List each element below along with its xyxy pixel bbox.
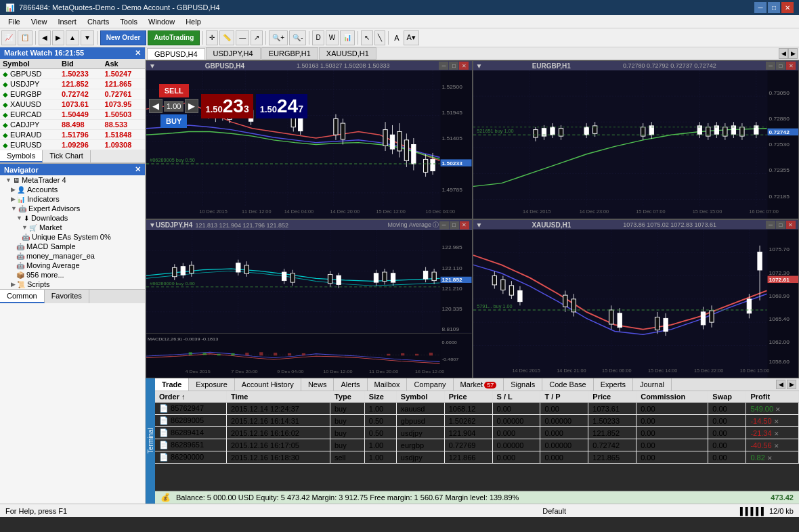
nav-item-indicators[interactable]: ▶ 📊 Indicators <box>0 194 145 204</box>
autotrading-button[interactable]: AutoTrading <box>148 30 200 45</box>
terminal-tab-journal[interactable]: Journal <box>633 378 672 391</box>
chart-gbpusd-max[interactable]: □ <box>449 62 458 70</box>
nav-item-macd[interactable]: 🤖 MACD Sample <box>0 242 145 251</box>
tb-cursor-btn[interactable]: ↖ <box>361 30 373 45</box>
minimize-button[interactable]: ─ <box>754 2 766 13</box>
tb-line-btn[interactable]: 📏 <box>219 30 234 45</box>
mw-tab-symbols[interactable]: Symbols <box>0 150 43 162</box>
terminal-tab-experts[interactable]: Experts <box>594 378 633 391</box>
terminal-tab-market[interactable]: Market57 <box>454 378 504 391</box>
tb-profile-btn[interactable]: 📋 <box>18 30 33 45</box>
col-order[interactable]: Order ↑ <box>155 391 226 403</box>
terminal-tab-news[interactable]: News <box>301 378 334 391</box>
order-close-icon[interactable]: ✕ <box>774 443 779 449</box>
col-open-price[interactable]: Price <box>444 391 492 403</box>
lot-increase[interactable]: ▶ <box>185 99 198 113</box>
tb-zoom-out-btn[interactable]: ▼ <box>81 30 94 45</box>
order-close-icon[interactable]: ✕ <box>774 430 779 437</box>
chart-gbpusd-body[interactable]: SELL ◀ 1.00 ▶ BUY 1.50 23 3 <box>146 70 472 219</box>
chart-xauusd-max[interactable]: □ <box>776 221 785 229</box>
terminal-toggle[interactable]: Terminal <box>146 378 155 504</box>
terminal-tab-company[interactable]: Company <box>407 378 453 391</box>
nav-item-moving-average[interactable]: 🤖 Moving Average <box>0 261 145 270</box>
tb-back-btn[interactable]: ◀ <box>39 30 51 45</box>
chart-tab-usdjpy[interactable]: USDJPY,H4 <box>206 47 261 60</box>
nav-item-more[interactable]: 📦 956 more... <box>0 270 145 280</box>
col-sl[interactable]: S / L <box>492 391 540 403</box>
nav-item-metatrader4[interactable]: ▼ 🖥 MetaTrader 4 <box>0 175 145 185</box>
nav-item-downloads[interactable]: ▼ ⬇ Downloads <box>0 213 145 223</box>
mw-row[interactable]: ◆ USDJPY 121.852 121.865 <box>0 79 145 89</box>
chart-tab-gbpusd[interactable]: GBPUSD,H4 <box>147 48 205 60</box>
buy-button[interactable]: BUY <box>160 114 187 128</box>
order-close-icon[interactable]: ✕ <box>774 418 779 425</box>
tb-zoom-out-chart[interactable]: 🔍- <box>289 30 306 45</box>
tb-new-chart-btn[interactable]: 📈 <box>1 30 16 45</box>
chart-gbpusd-close[interactable]: ✕ <box>459 62 469 70</box>
tb-crosshair-btn[interactable]: ✛ <box>206 30 218 45</box>
col-price[interactable]: Price <box>588 391 636 403</box>
chart-usdjpy-max[interactable]: □ <box>450 221 459 229</box>
menu-help[interactable]: Help <box>180 16 207 27</box>
chart-usdjpy-min[interactable]: ─ <box>439 221 449 229</box>
chart-tab-xauusd[interactable]: XAUUSD,H1 <box>319 47 376 60</box>
mw-row[interactable]: ◆ CADJPY 88.498 88.533 <box>0 120 145 130</box>
col-swap[interactable]: Swap <box>708 391 746 403</box>
nav-item-unique-eas[interactable]: 🤖 Unique EAs System 0% <box>0 232 145 242</box>
menu-window[interactable]: Window <box>143 16 180 27</box>
chart-usdjpy-body[interactable]: #86289009 buy 0.80 MACD(12,26,9) -0.0039… <box>146 230 472 378</box>
chart-eurgbp-min[interactable]: ─ <box>766 62 775 70</box>
terminal-tab-account-history[interactable]: Account History <box>235 378 301 391</box>
market-watch-close[interactable]: ✕ <box>135 49 141 58</box>
mw-row[interactable]: ◆ EURUSD 1.09296 1.09308 <box>0 140 145 150</box>
table-row[interactable]: 📄 86289651 2015.12.16 16:17:05 buy 1.00 … <box>155 439 799 451</box>
col-profit[interactable]: Profit <box>746 391 799 403</box>
order-close-icon[interactable]: ✕ <box>767 455 773 462</box>
chart-eurgbp-body[interactable]: 521651 buy 1.00 0.73050 0.72880 0.72530 … <box>473 70 799 219</box>
chart-eurgbp-close[interactable]: ✕ <box>786 62 796 70</box>
close-button[interactable]: ✕ <box>781 2 794 13</box>
tb-hline-btn[interactable]: — <box>236 30 249 45</box>
terminal-tab-codebase[interactable]: Code Base <box>542 378 593 391</box>
mw-row[interactable]: ◆ XAUUSD 1073.61 1073.95 <box>0 99 145 110</box>
mw-row[interactable]: ◆ EURCAD 1.50449 1.50503 <box>0 110 145 120</box>
tb-strategy-btn[interactable]: 📊 <box>340 30 355 45</box>
chart-tab-eurgbp[interactable]: EURGBP,H1 <box>261 47 318 60</box>
nav-item-money-manager[interactable]: 🤖 money_manager_ea <box>0 251 145 261</box>
menu-file[interactable]: File <box>3 16 26 27</box>
tb-period-btn[interactable]: W <box>326 30 339 45</box>
terminal-tab-mailbox[interactable]: Mailbox <box>368 378 408 391</box>
col-symbol[interactable]: Symbol <box>396 391 444 403</box>
terminal-tab-trade[interactable]: Trade <box>155 378 189 391</box>
terminal-scroll-left[interactable]: ◀ <box>776 380 785 389</box>
table-row[interactable]: 📄 86290000 2015.12.16 16:18:30 sell 1.00… <box>155 451 799 464</box>
mw-row[interactable]: ◆ EURGBP 0.72742 0.72761 <box>0 89 145 99</box>
mw-row[interactable]: ◆ GBPUSD 1.50233 1.50247 <box>0 69 145 79</box>
menu-view[interactable]: View <box>26 16 53 27</box>
nav-tab-common[interactable]: Common <box>0 290 45 303</box>
menu-charts[interactable]: Charts <box>82 16 114 27</box>
col-size[interactable]: Size <box>364 391 396 403</box>
chart-tab-scroll-left[interactable]: ◀ <box>779 48 788 59</box>
col-tp[interactable]: T / P <box>540 391 588 403</box>
terminal-scroll-right[interactable]: ▶ <box>787 380 796 389</box>
table-row[interactable]: 📄 86289414 2015.12.16 16:16:02 buy 0.50 … <box>155 427 799 439</box>
table-row[interactable]: 📄 86289005 2015.12.16 16:14:31 buy 0.50 … <box>155 415 799 427</box>
mw-row[interactable]: ◆ EURAUD 1.51796 1.51848 <box>0 130 145 140</box>
navigator-close[interactable]: ✕ <box>135 165 141 174</box>
tb-font-size[interactable]: A▾ <box>404 30 419 45</box>
nav-item-ea[interactable]: ▼ 🤖 Expert Advisors <box>0 204 145 213</box>
chart-eurgbp-max[interactable]: □ <box>776 62 785 70</box>
sell-button[interactable]: SELL <box>159 84 189 97</box>
lot-decrease[interactable]: ◀ <box>149 99 163 113</box>
new-order-button[interactable]: New Order <box>100 30 147 45</box>
terminal-tab-alerts[interactable]: Alerts <box>334 378 367 391</box>
table-row[interactable]: 📄 85762947 2015.12.14 12:24:37 buy 1.00 … <box>155 403 799 415</box>
chart-xauusd-close[interactable]: ✕ <box>786 221 796 229</box>
nav-item-market[interactable]: ▼ 🛒 Market <box>0 223 145 232</box>
col-time[interactable]: Time <box>226 391 330 403</box>
menu-tools[interactable]: Tools <box>114 16 143 27</box>
tb-arrow-btn[interactable]: ↗ <box>251 30 263 45</box>
tb-zoom-in-chart[interactable]: 🔍+ <box>269 30 288 45</box>
col-type[interactable]: Type <box>330 391 364 403</box>
